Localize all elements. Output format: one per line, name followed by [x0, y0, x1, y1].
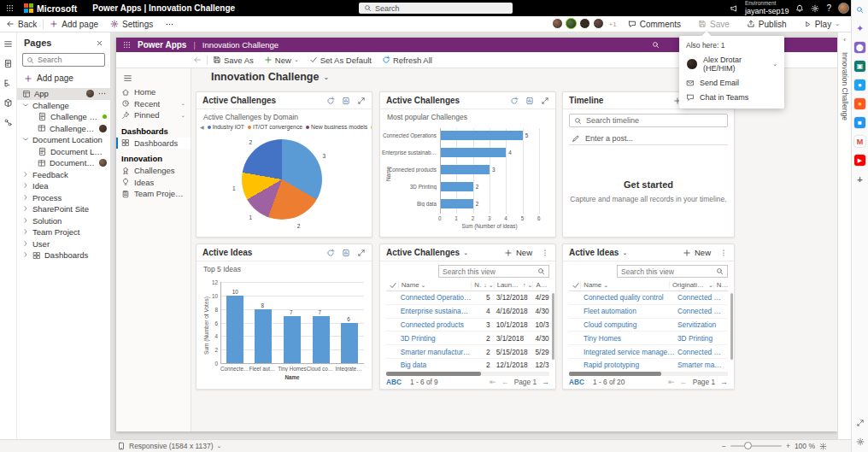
record-link[interactable]: Connected quality control: [581, 293, 675, 302]
column-header-numb[interactable]: Numb...↓⌄: [471, 281, 493, 289]
app-back-button[interactable]: [188, 52, 207, 68]
tree-item-process[interactable]: Process: [17, 192, 110, 204]
record-link[interactable]: Rapid prototyping: [581, 361, 675, 369]
record-link[interactable]: Integrated service management: [581, 348, 675, 356]
column-header-name[interactable]: Name⌄: [580, 281, 669, 289]
dashboard-title[interactable]: Innovation Challenge⌄: [211, 71, 329, 83]
chevron-right-icon[interactable]: [22, 217, 29, 225]
column-header-acce[interactable]: Acce: [532, 281, 549, 289]
presence-avatar[interactable]: [579, 18, 590, 29]
report-icon[interactable]: [342, 97, 350, 105]
previous-page-icon[interactable]: ←: [680, 378, 688, 386]
close-icon[interactable]: [96, 39, 103, 47]
sitemap-item-pinned[interactable]: Pinned⌄: [116, 109, 191, 121]
tree-view-tool-icon[interactable]: [3, 79, 13, 88]
expand-icon[interactable]: [541, 97, 549, 105]
user-avatar[interactable]: [838, 3, 849, 14]
app-search-icon[interactable]: [652, 41, 660, 49]
table-row[interactable]: Connected quality controlConnected Op: [569, 291, 728, 305]
chevron-right-icon[interactable]: [22, 194, 29, 202]
jump-bar-abc[interactable]: ABC: [386, 378, 402, 386]
table-row[interactable]: Smarter manufacturing25/15/20185/29: [386, 345, 549, 359]
refresh-icon[interactable]: [510, 97, 519, 105]
column-header-num[interactable]: Num: [713, 281, 728, 289]
microsoft-logo[interactable]: Microsoft: [24, 3, 77, 14]
record-link[interactable]: Big data: [398, 361, 472, 369]
data-tool-icon[interactable]: [3, 118, 13, 127]
grid-title[interactable]: Active Ideas⌄: [569, 248, 627, 257]
new-button[interactable]: New⌄: [259, 52, 304, 68]
chevron-right-icon[interactable]: [22, 205, 29, 213]
pages-tool-icon[interactable]: [3, 59, 13, 68]
comments-button[interactable]: Comments: [622, 20, 687, 29]
add-icon[interactable]: +: [854, 173, 865, 185]
app-brand[interactable]: Power Apps: [138, 40, 186, 50]
more-commands-button[interactable]: [159, 16, 180, 32]
set-as-default-button[interactable]: Set As Default: [304, 52, 377, 68]
record-link[interactable]: Connected Op: [675, 307, 722, 315]
record-link[interactable]: Connected Op: [675, 293, 722, 302]
gear-icon[interactable]: [854, 436, 865, 447]
environment-picker[interactable]: Environment jayant-sep19: [745, 1, 789, 15]
record-link[interactable]: Enterprise sustainability: [398, 307, 472, 315]
back-button[interactable]: Back: [0, 16, 43, 32]
presence-avatar[interactable]: [566, 18, 577, 29]
column-header-name[interactable]: Name⌄: [398, 281, 472, 289]
presence-user[interactable]: Alex Drotar (HE/HIM) ⌄: [686, 56, 777, 73]
table-row[interactable]: Fleet automationConnected Op: [569, 305, 728, 319]
tree-item-team-project[interactable]: Team Project: [17, 226, 110, 238]
play-button[interactable]: Play⌄: [798, 20, 846, 29]
column-header-launch[interactable]: Launch...↑⌄: [494, 281, 533, 289]
previous-page-icon[interactable]: ←: [501, 378, 509, 386]
sitemap-item-challenges[interactable]: Challenges: [116, 165, 191, 177]
search-icon[interactable]: [854, 4, 865, 15]
bird-icon[interactable]: ●: [854, 79, 865, 91]
first-page-icon[interactable]: ⇤: [490, 378, 496, 386]
pages-search-input[interactable]: Search: [22, 53, 105, 67]
select-all-checkbox[interactable]: [569, 281, 580, 290]
table-row[interactable]: Enterprise sustainability44/16/20184/30: [386, 305, 549, 319]
record-link[interactable]: Connected products: [398, 320, 472, 329]
fit-to-screen-icon[interactable]: [819, 443, 827, 450]
tree-item-document-location-view[interactable]: Document Location view: [17, 157, 110, 169]
help-icon[interactable]: ?: [826, 3, 831, 13]
global-search-input[interactable]: Search: [359, 3, 513, 14]
tree-item-document-location-form[interactable]: Document Location form: [17, 146, 110, 158]
sitemap-item-recent[interactable]: Recent⌄: [116, 98, 191, 110]
legend-prev-icon[interactable]: ◀: [200, 124, 204, 130]
sitemap-item-ideas[interactable]: Ideas: [116, 177, 191, 189]
tree-item-sharepoint-site[interactable]: SharePoint Site: [17, 203, 110, 215]
tree-item-feedback[interactable]: Feedback: [17, 169, 110, 181]
timeline-search-input[interactable]: Search timeline: [569, 114, 728, 127]
add-page-tree-button[interactable]: Add page: [17, 72, 110, 88]
vertical-scrollbar[interactable]: [730, 293, 733, 360]
table-row[interactable]: Connected Operations53/12/20184/29: [386, 291, 549, 305]
sitemap-item-team-projects[interactable]: Team Projects: [116, 188, 191, 200]
next-page-icon[interactable]: →: [720, 378, 728, 386]
settings-button[interactable]: Settings: [104, 16, 159, 32]
refresh-icon[interactable]: [326, 97, 335, 105]
briefcase-icon[interactable]: ▣: [854, 61, 865, 72]
table-row[interactable]: Cloud computingServitization: [569, 319, 728, 332]
tree-item-challenge-view[interactable]: Challenge view: [17, 123, 110, 135]
presence-avatars[interactable]: [552, 18, 604, 31]
presence-avatar[interactable]: [552, 18, 563, 29]
zoom-out-icon[interactable]: −: [722, 442, 726, 450]
record-link[interactable]: Servitization: [675, 320, 722, 329]
zoom-slider-thumb[interactable]: [744, 442, 752, 449]
presence-overflow-count[interactable]: +1: [609, 21, 617, 28]
waffle-icon[interactable]: [123, 41, 131, 49]
chevron-right-icon[interactable]: [22, 228, 29, 236]
device-selector[interactable]: Responsive (1584 x 1137) ⌄: [117, 442, 221, 450]
refresh-all-button[interactable]: Refresh All: [377, 52, 437, 68]
column-header-originating[interactable]: Originating...⌄: [669, 281, 713, 289]
report-icon[interactable]: [342, 249, 350, 257]
chevron-right-icon[interactable]: [22, 182, 29, 190]
send-email-action[interactable]: Send Email: [686, 79, 777, 87]
table-row[interactable]: 3D Printing23/1/20184/30: [386, 332, 549, 345]
expand-icon[interactable]: [357, 249, 366, 257]
horizontal-scrollbar[interactable]: [569, 372, 728, 376]
record-link[interactable]: Cloud computing: [581, 320, 675, 329]
record-link[interactable]: Connected Operations: [398, 293, 472, 302]
record-link[interactable]: 3D Printing: [675, 334, 722, 343]
